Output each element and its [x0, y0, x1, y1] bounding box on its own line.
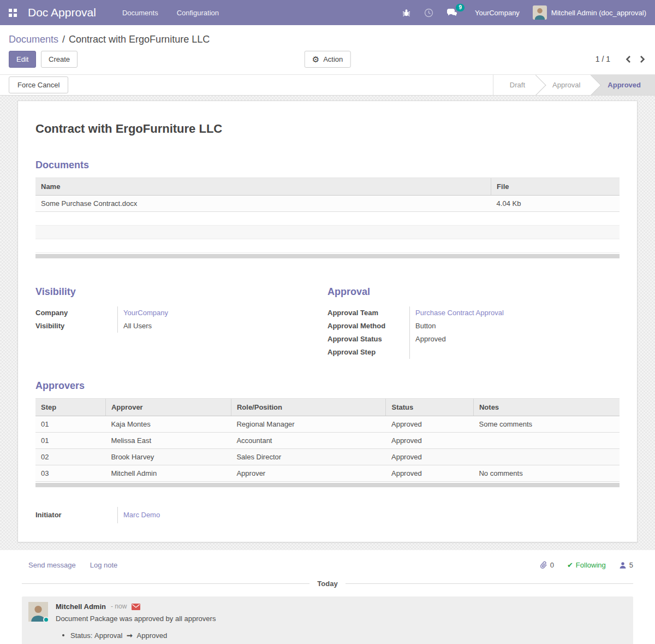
tracking-arrow-icon: ➞ [127, 631, 133, 640]
approver-row[interactable]: 01 Kaja Montes Regional Manager Approved… [35, 416, 620, 433]
message-author[interactable]: Mitchell Admin [56, 602, 106, 611]
empty-row [35, 212, 620, 226]
approver-notes [473, 433, 620, 449]
menu-documents[interactable]: Documents [122, 9, 158, 17]
approver-step: 01 [35, 433, 105, 449]
message-timestamp: - now [111, 602, 127, 611]
action-button-label: Action [323, 55, 343, 64]
form-sheet: Contract with ErgoFurniture LLC Document… [17, 101, 638, 542]
approver-row[interactable]: 01 Melissa East Accountant Approved [35, 433, 620, 449]
followers-button[interactable]: 5 [619, 561, 633, 569]
tracking-changes: Status: Approval ➞ Approved [70, 630, 627, 640]
approval-status-value: Approved [409, 333, 598, 346]
tracking-field: Status: [70, 631, 92, 640]
approvers-col-notes[interactable]: Notes [473, 399, 620, 416]
edit-button[interactable]: Edit [9, 51, 36, 68]
approvers-col-status[interactable]: Status [386, 399, 474, 416]
force-cancel-button[interactable]: Force Cancel [9, 76, 68, 93]
approvers-col-step[interactable]: Step [35, 399, 105, 416]
pager-count: 1 / 1 [596, 55, 610, 63]
user-avatar [533, 5, 547, 20]
company-switcher[interactable]: YourCompany [475, 9, 520, 17]
debug-bug-icon[interactable] [402, 8, 411, 17]
person-icon [619, 562, 627, 569]
tracking-old-value: Approval [94, 631, 122, 640]
approval-method-value: Button [409, 320, 598, 333]
approval-step-label: Approval Step [327, 346, 409, 359]
visibility-field-value: All Users [117, 320, 306, 333]
user-menu[interactable]: Mitchell Admin (doc_approval) [533, 5, 646, 20]
document-file-size: 4.04 Kb [491, 196, 620, 212]
approval-status-label: Approval Status [327, 333, 409, 346]
initiator-field: Initiator Marc Demo [35, 507, 620, 523]
chatter-message: Mitchell Admin - now Document Package wa… [22, 596, 633, 644]
approver-role: Sales Director [231, 449, 386, 465]
user-name: Mitchell Admin (doc_approval) [551, 9, 646, 17]
create-button[interactable]: Create [41, 51, 78, 68]
statusbar: Force Cancel Draft Approval Approved [0, 74, 655, 96]
approval-method-label: Approval Method [327, 320, 409, 333]
messages-icon[interactable]: 9 [446, 8, 457, 17]
visibility-group: Visibility Company YourCompany Visibilit… [35, 286, 327, 359]
approver-name: Kaja Montes [105, 416, 231, 433]
apps-grid-icon[interactable] [9, 9, 17, 17]
following-label: Following [576, 561, 606, 569]
pager-next-chevron-right-icon[interactable] [640, 55, 645, 63]
breadcrumb-current: Contract with ErgoFurniture LLC [69, 34, 210, 45]
approver-notes [473, 449, 620, 465]
attachments-button[interactable]: 0 [540, 561, 554, 569]
approver-step: 01 [35, 416, 105, 433]
approvers-col-role[interactable]: Role/Position [231, 399, 386, 416]
action-button[interactable]: ⚙ Action [305, 51, 351, 68]
documents-section-heading: Documents [35, 159, 620, 171]
attachment-count: 0 [550, 561, 554, 569]
breadcrumb: Documents/Contract with ErgoFurniture LL… [0, 25, 655, 48]
activities-clock-icon[interactable] [424, 8, 433, 17]
initiator-label: Initiator [35, 507, 117, 523]
empty-row [35, 226, 620, 239]
breadcrumb-separator: / [62, 34, 65, 45]
document-name: Some Purchase Contract.docx [35, 196, 491, 212]
visibility-field-label: Visibility [35, 320, 117, 333]
control-panel-buttons: Edit Create ⚙ Action 1 / 1 [0, 48, 655, 74]
approver-status: Approved [386, 465, 474, 482]
approval-team-value[interactable]: Purchase Contract Approval [415, 309, 504, 317]
approver-status: Approved [386, 416, 474, 433]
approver-step: 03 [35, 465, 105, 482]
horizontal-scrollbar[interactable] [35, 254, 620, 258]
approval-group: Approval Approval Team Purchase Contract… [327, 286, 620, 359]
breadcrumb-parent[interactable]: Documents [9, 34, 58, 45]
record-title: Contract with ErgoFurniture LLC [35, 122, 620, 136]
approvers-table: Step Approver Role/Position Status Notes… [35, 398, 620, 482]
empty-row [35, 239, 620, 253]
status-step-draft[interactable]: Draft [493, 75, 536, 95]
approver-name: Mitchell Admin [105, 465, 231, 482]
horizontal-scrollbar[interactable] [35, 483, 620, 487]
check-icon: ✔ [567, 562, 573, 569]
approver-name: Melissa East [105, 433, 231, 449]
follower-count: 5 [629, 561, 633, 569]
approver-row[interactable]: 02 Brook Harvey Sales Director Approved [35, 449, 620, 465]
company-field-value[interactable]: YourCompany [123, 309, 168, 317]
approver-status: Approved [386, 433, 474, 449]
envelope-icon[interactable] [132, 604, 140, 610]
log-note-button[interactable]: Log note [90, 561, 118, 569]
initiator-value[interactable]: Marc Demo [123, 511, 160, 519]
document-row[interactable]: Some Purchase Contract.docx 4.04 Kb [35, 196, 620, 212]
approvers-col-approver[interactable]: Approver [105, 399, 231, 416]
pager: 1 / 1 [596, 55, 645, 63]
pager-previous-chevron-left-icon[interactable] [626, 55, 631, 63]
date-divider: Today [22, 580, 633, 588]
app-title[interactable]: Doc Approval [28, 6, 96, 19]
menu-configuration[interactable]: Configuration [177, 9, 219, 17]
main-menu: Documents Configuration [122, 9, 219, 17]
approvers-section-heading: Approvers [35, 380, 620, 392]
approver-role: Regional Manager [231, 416, 386, 433]
approver-row[interactable]: 03 Mitchell Admin Approver Approved No c… [35, 465, 620, 482]
following-button[interactable]: ✔ Following [567, 561, 606, 569]
documents-col-file[interactable]: File [491, 178, 620, 196]
documents-col-name[interactable]: Name [35, 178, 491, 196]
visibility-section-heading: Visibility [35, 286, 306, 298]
send-message-button[interactable]: Send message [28, 561, 76, 569]
approver-step: 02 [35, 449, 105, 465]
